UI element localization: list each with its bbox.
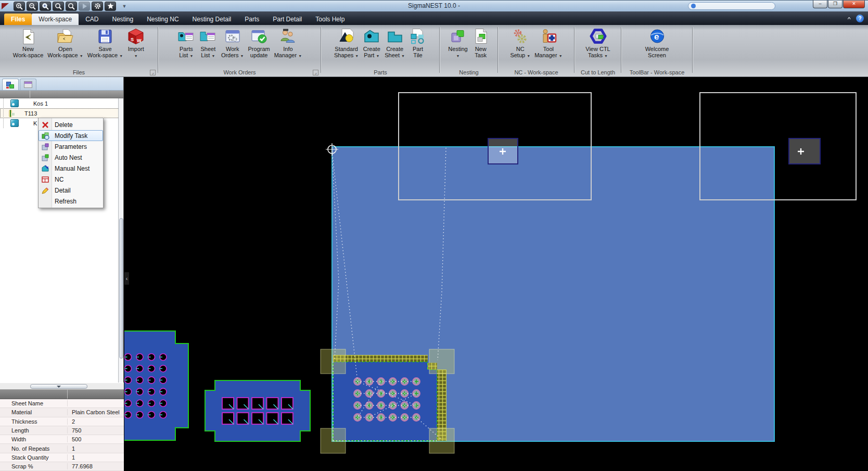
- sidebar-scrollbar[interactable]: [118, 98, 123, 411]
- menu-item-auto-nest[interactable]: Auto Nest: [39, 152, 103, 163]
- zoom-in-icon[interactable]: [14, 2, 25, 11]
- button-label: WelcomeScreen: [645, 46, 669, 58]
- standard-shapes-button[interactable]: StandardShapes ▼: [332, 27, 361, 59]
- tree-item-t113[interactable]: T113: [0, 108, 123, 118]
- tab-work-space[interactable]: Work-space: [32, 14, 79, 25]
- app-logo-icon[interactable]: [1, 2, 10, 10]
- menu-item-detail[interactable]: Detail: [39, 185, 103, 196]
- button-label: CreatePart ▼: [363, 46, 380, 59]
- close-button[interactable]: ✕: [843, 1, 865, 8]
- nc-setup-button[interactable]: NCSetup ▼: [508, 27, 532, 59]
- menu-item-manual-nest[interactable]: Manual Nest: [39, 163, 103, 174]
- property-label: Sheet Name: [0, 400, 68, 406]
- property-row-stack-quantity[interactable]: Stack Quantity1: [0, 453, 124, 462]
- property-row-thickness[interactable]: Thickness2: [0, 417, 124, 426]
- splitter[interactable]: [0, 383, 124, 390]
- nesting-button[interactable]: Nesting▼: [446, 27, 469, 59]
- new-work-space-button[interactable]: NewWork-space: [11, 27, 45, 58]
- play-icon[interactable]: [79, 2, 90, 11]
- collapse-sidebar-button[interactable]: ‹: [124, 272, 129, 285]
- search-box[interactable]: [688, 2, 775, 10]
- program-update-button[interactable]: Programupdate: [246, 27, 272, 58]
- property-label: Stack Quantity: [0, 454, 68, 461]
- property-row-material[interactable]: MaterialPlain Carbon Steel: [0, 408, 124, 417]
- task-view-tab[interactable]: [20, 79, 36, 90]
- zoom-previous-icon[interactable]: [66, 2, 77, 11]
- task-icon: [10, 110, 11, 117]
- zoom-extents-icon[interactable]: [40, 2, 51, 11]
- tree-item-kos-1[interactable]: Kos 1: [0, 98, 123, 108]
- info-manager-button[interactable]: InfoManager ▼: [272, 27, 304, 59]
- anchor-box-1[interactable]: [488, 138, 518, 164]
- property-label: Scrap %: [0, 463, 68, 469]
- create-sheet-button[interactable]: CreateSheet ▼: [382, 27, 407, 59]
- tool-manager-button[interactable]: ToolManager ▼: [532, 27, 564, 59]
- scrollbar-thumb[interactable]: [119, 218, 123, 359]
- menu-item-modify-task[interactable]: Modify Task: [39, 130, 103, 141]
- property-value: 500: [68, 436, 124, 442]
- collapse-ribbon-icon[interactable]: ^: [848, 16, 851, 21]
- ribbon-group-label: Parts: [322, 69, 439, 75]
- nesting-canvas[interactable]: ‹: [124, 77, 868, 471]
- tab-files[interactable]: Files: [4, 14, 32, 25]
- minimize-button[interactable]: –: [813, 1, 827, 8]
- part-tile-button[interactable]: PartTile: [407, 27, 429, 58]
- property-row-width[interactable]: Width500: [0, 435, 124, 444]
- qat-overflow-icon[interactable]: ▼: [120, 2, 129, 11]
- button-label: OpenWork-space ▼: [47, 46, 83, 59]
- tab-nesting-nc[interactable]: Nesting NC: [140, 14, 185, 25]
- property-value: 1: [68, 445, 124, 452]
- view-ctl-tasks-button[interactable]: View CTLTasks ▼: [583, 27, 612, 59]
- dialog-launcher-icon[interactable]: ⌟: [313, 70, 318, 75]
- save-work-space-button[interactable]: SaveWork-space ▼: [85, 27, 125, 59]
- sheet-list-button[interactable]: SheetList ▼: [197, 27, 219, 59]
- star-icon[interactable]: [105, 2, 116, 11]
- create-part-icon: [363, 28, 380, 45]
- part-1[interactable]: [124, 331, 188, 440]
- splitter-toggle-button[interactable]: [30, 384, 87, 389]
- new-task-button[interactable]: NewTask: [470, 27, 492, 58]
- work-orders-button[interactable]: WorkOrders ▼: [219, 27, 246, 59]
- nesting-icon: [449, 28, 467, 45]
- ribbon-group-label: Nesting: [440, 69, 497, 75]
- tree-header: [0, 91, 123, 98]
- tab-part-detail[interactable]: Part Detail: [266, 14, 309, 25]
- property-row-sheet-name[interactable]: Sheet Name: [0, 399, 124, 408]
- new-task-icon: [472, 28, 490, 45]
- import-button[interactable]: SWImport▼: [125, 27, 147, 59]
- remnant-box-top-left: [321, 349, 346, 374]
- menu-item-label: Manual Nest: [55, 165, 90, 172]
- dialog-launcher-icon[interactable]: ⌟: [150, 70, 156, 75]
- open-work-space-button[interactable]: OpenWork-space ▼: [45, 27, 85, 59]
- ribbon-group-label: NC - Work-space: [499, 69, 574, 75]
- menu-item-delete[interactable]: Delete: [39, 119, 103, 130]
- restore-button[interactable]: ❐: [828, 1, 843, 8]
- zoom-window-icon[interactable]: [53, 2, 64, 11]
- tab-nesting[interactable]: Nesting: [106, 14, 141, 25]
- property-row-length[interactable]: Length750: [0, 426, 124, 435]
- tab-parts[interactable]: Parts: [238, 14, 266, 25]
- tab-cad[interactable]: CAD: [79, 14, 105, 25]
- menu-item-refresh[interactable]: Refresh: [39, 196, 103, 207]
- create-part-button[interactable]: CreatePart ▼: [361, 27, 382, 59]
- menu-item-nc[interactable]: NC: [39, 174, 103, 185]
- menu-item-parameters[interactable]: Parameters: [39, 141, 103, 152]
- part-2[interactable]: [205, 380, 310, 441]
- svg-text:S: S: [131, 37, 134, 42]
- parts-list-button[interactable]: PartsList ▼: [175, 27, 197, 59]
- tab-tools-help[interactable]: Tools Help: [309, 14, 351, 25]
- anchor-box-2[interactable]: [789, 138, 820, 164]
- tab-nesting-detail[interactable]: Nesting Detail: [186, 14, 238, 25]
- gear-icon[interactable]: [92, 2, 103, 11]
- context-menu: DeleteModify TaskParametersAuto NestManu…: [38, 118, 104, 208]
- property-label: Material: [0, 409, 68, 415]
- property-label: Length: [0, 427, 68, 434]
- zoom-out-icon[interactable]: [27, 2, 38, 11]
- workspace-tree-tab[interactable]: [2, 79, 19, 90]
- property-label: No. of Repeats: [0, 445, 68, 452]
- tabbar-right: ^ ?: [848, 15, 864, 22]
- property-row-scrap[interactable]: Scrap %77.6968: [0, 462, 124, 471]
- property-row-no-of-repeats[interactable]: No. of Repeats1: [0, 444, 124, 453]
- welcome-screen-button[interactable]: eWelcomeScreen: [643, 27, 671, 58]
- help-icon[interactable]: ?: [856, 15, 864, 22]
